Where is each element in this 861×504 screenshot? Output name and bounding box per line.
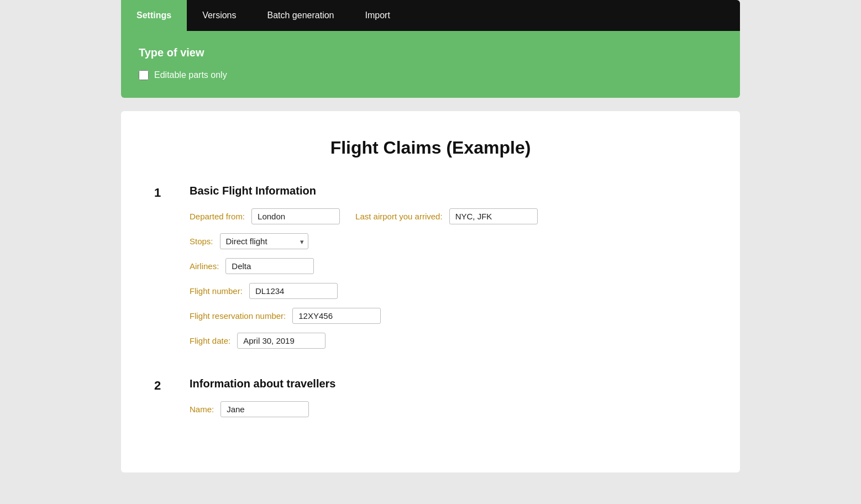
departed-from-input[interactable] — [251, 208, 340, 224]
row-flight-number: Flight number: — [190, 283, 707, 299]
tab-settings[interactable]: Settings — [121, 0, 187, 31]
row-stops: Stops: Direct flight 1 Stop 2 Stops 3+ S… — [190, 233, 707, 249]
last-airport-label: Last airport you arrived: — [355, 212, 443, 221]
row-name: Name: — [190, 401, 707, 417]
reservation-input[interactable] — [292, 308, 381, 324]
section-2-title: Information about travellers — [190, 377, 707, 390]
settings-panel: Type of view Editable parts only — [121, 31, 740, 98]
top-navigation: Settings Versions Batch generation Impor… — [121, 0, 740, 31]
section-1-number: 1 — [154, 185, 172, 200]
row-departed-arrived: Departed from: Last airport you arrived: — [190, 208, 707, 224]
section-2: 2 Information about travellers Name: — [154, 377, 707, 426]
row-flight-date: Flight date: — [190, 333, 707, 349]
stops-select[interactable]: Direct flight 1 Stop 2 Stops 3+ Stops — [220, 233, 308, 249]
editable-parts-label: Editable parts only — [154, 70, 227, 80]
tab-import[interactable]: Import — [349, 0, 405, 31]
flight-number-input[interactable] — [249, 283, 338, 299]
section-1: 1 Basic Flight Information Departed from… — [154, 185, 707, 358]
section-2-content: Information about travellers Name: — [190, 377, 707, 426]
section-1-title: Basic Flight Information — [190, 185, 707, 197]
editable-parts-checkbox[interactable] — [139, 70, 149, 80]
row-reservation: Flight reservation number: — [190, 308, 707, 324]
airlines-input[interactable] — [225, 258, 314, 274]
departed-from-label: Departed from: — [190, 212, 245, 221]
flight-date-label: Flight date: — [190, 336, 230, 345]
tab-versions[interactable]: Versions — [187, 0, 251, 31]
name-input[interactable] — [221, 401, 309, 417]
type-of-view-label: Type of view — [139, 46, 722, 59]
flight-date-input[interactable] — [237, 333, 326, 349]
editable-parts-row: Editable parts only — [139, 70, 722, 80]
flight-number-label: Flight number: — [190, 286, 243, 296]
section-1-content: Basic Flight Information Departed from: … — [190, 185, 707, 358]
name-label: Name: — [190, 405, 214, 414]
row-airlines: Airlines: — [190, 258, 707, 274]
reservation-label: Flight reservation number: — [190, 311, 286, 321]
stops-label: Stops: — [190, 237, 213, 246]
tab-batch-generation[interactable]: Batch generation — [252, 0, 350, 31]
last-airport-input[interactable] — [449, 208, 538, 224]
main-content-card: Flight Claims (Example) 1 Basic Flight I… — [121, 111, 740, 473]
stops-select-wrapper: Direct flight 1 Stop 2 Stops 3+ Stops — [220, 233, 308, 249]
airlines-label: Airlines: — [190, 261, 219, 271]
section-2-number: 2 — [154, 377, 172, 393]
form-title: Flight Claims (Example) — [154, 138, 707, 158]
